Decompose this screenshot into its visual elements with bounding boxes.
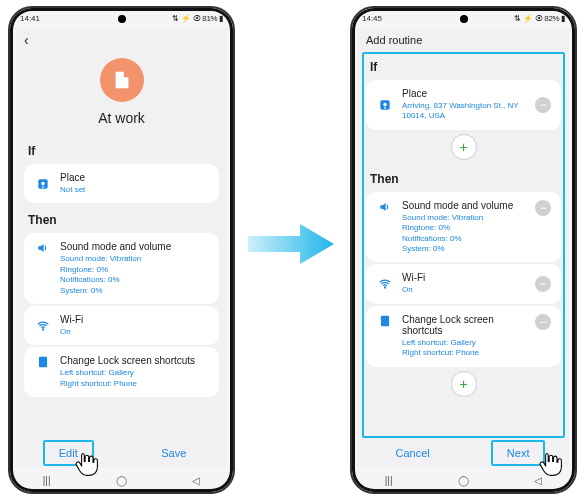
- condition-place[interactable]: Place Not set: [24, 164, 219, 203]
- lock-title: Change Lock screen shortcuts: [60, 355, 209, 366]
- phone-right: 14:45 ⇅ ⚡ ⦿ 82% ▮ Add routine If Place A…: [350, 6, 577, 494]
- wifi-icon: [376, 277, 394, 291]
- edit-button[interactable]: Edit: [43, 440, 94, 466]
- status-battery: ⇅ ⚡ ⦿ 82% ▮: [514, 14, 565, 23]
- nav-back-icon[interactable]: ◁: [192, 475, 200, 486]
- speaker-icon: [376, 200, 394, 214]
- if-label: If: [16, 136, 227, 162]
- status-battery: ⇅ ⚡ ⦿ 81% ▮: [172, 14, 223, 23]
- remove-action-icon[interactable]: −: [535, 200, 551, 216]
- place-pin-icon: [34, 177, 52, 191]
- sound-l2: Ringtone: 0%: [402, 223, 535, 233]
- svg-rect-3: [39, 357, 47, 368]
- building-icon: [100, 58, 144, 102]
- svg-point-7: [384, 287, 385, 288]
- action-lockscreen[interactable]: Change Lock screen shortcuts Left shortc…: [24, 347, 219, 397]
- sound-l1: Sound mode: Vibration: [60, 254, 209, 264]
- bottom-bar: Edit Save: [16, 438, 227, 468]
- wifi-sub: On: [402, 285, 535, 295]
- svg-point-6: [383, 103, 387, 107]
- nav-recents-icon[interactable]: |||: [385, 475, 393, 486]
- place-title: Place: [60, 172, 209, 183]
- place-title: Place: [402, 88, 535, 99]
- action-lockscreen[interactable]: Change Lock screen shortcuts Left shortc…: [366, 306, 561, 367]
- wifi-sub: On: [60, 327, 209, 337]
- cancel-button[interactable]: Cancel: [382, 442, 444, 464]
- save-button[interactable]: Save: [147, 442, 200, 464]
- action-wifi[interactable]: Wi-Fi On: [24, 306, 219, 345]
- svg-point-2: [42, 329, 43, 330]
- condition-place[interactable]: Place Arriving, 837 Washington St., NY 1…: [366, 80, 561, 130]
- routine-hero: At work: [16, 52, 227, 136]
- sound-l1: Sound mode: Vibration: [402, 213, 535, 223]
- then-label: Then: [358, 164, 569, 190]
- sound-title: Sound mode and volume: [402, 200, 535, 211]
- place-pin-icon: [376, 98, 394, 112]
- nav-home-icon[interactable]: ◯: [116, 475, 127, 486]
- bottom-bar: Cancel Next: [358, 438, 569, 468]
- sound-l3: Notifications: 0%: [60, 275, 209, 285]
- remove-action-icon[interactable]: −: [535, 314, 551, 330]
- nav-back-icon[interactable]: ◁: [534, 475, 542, 486]
- wifi-icon: [34, 319, 52, 333]
- lock-l2: Right shortcut: Phone: [402, 348, 535, 358]
- then-label: Then: [16, 205, 227, 231]
- title-bar: ‹: [16, 28, 227, 52]
- wifi-title: Wi-Fi: [402, 272, 535, 283]
- front-camera: [460, 15, 468, 23]
- lock-l2: Right shortcut: Phone: [60, 379, 209, 389]
- routine-title: At work: [98, 110, 145, 126]
- lock-title: Change Lock screen shortcuts: [402, 314, 535, 336]
- svg-marker-4: [248, 224, 334, 264]
- screen: Add routine If Place Arriving, 837 Washi…: [358, 28, 569, 468]
- action-sound[interactable]: Sound mode and volume Sound mode: Vibrat…: [24, 233, 219, 304]
- remove-action-icon[interactable]: −: [535, 276, 551, 292]
- sound-l4: System: 0%: [60, 286, 209, 296]
- android-nav: ||| ◯ ◁: [10, 472, 233, 488]
- sound-l2: Ringtone: 0%: [60, 265, 209, 275]
- add-action-button[interactable]: +: [451, 371, 477, 397]
- nav-recents-icon[interactable]: |||: [43, 475, 51, 486]
- title-bar: Add routine: [358, 28, 569, 52]
- sound-title: Sound mode and volume: [60, 241, 209, 252]
- add-condition-button[interactable]: +: [451, 134, 477, 160]
- sound-l4: System: 0%: [402, 244, 535, 254]
- remove-condition-icon[interactable]: −: [535, 97, 551, 113]
- status-time: 14:45: [362, 14, 382, 23]
- phone-left: 14:41 ⇅ ⚡ ⦿ 81% ▮ ‹ At work If Place Not…: [8, 6, 235, 494]
- transition-arrow-icon: [248, 220, 334, 268]
- lockscreen-icon: [376, 314, 394, 328]
- page-title: Add routine: [366, 34, 422, 46]
- android-nav: ||| ◯ ◁: [352, 472, 575, 488]
- next-button[interactable]: Next: [491, 440, 546, 466]
- status-time: 14:41: [20, 14, 40, 23]
- lock-l1: Left shortcut: Gallery: [60, 368, 209, 378]
- if-label: If: [358, 52, 569, 78]
- screen: ‹ At work If Place Not set Then Sound m: [16, 28, 227, 468]
- action-sound[interactable]: Sound mode and volume Sound mode: Vibrat…: [366, 192, 561, 263]
- speaker-icon: [34, 241, 52, 255]
- place-sub: Not set: [60, 185, 209, 195]
- sound-l3: Notifications: 0%: [402, 234, 535, 244]
- wifi-title: Wi-Fi: [60, 314, 209, 325]
- lockscreen-icon: [34, 355, 52, 369]
- svg-point-1: [41, 181, 45, 185]
- lock-l1: Left shortcut: Gallery: [402, 338, 535, 348]
- svg-rect-8: [381, 315, 389, 326]
- action-wifi[interactable]: Wi-Fi On −: [366, 264, 561, 303]
- place-sub: Arriving, 837 Washington St., NY 10014, …: [402, 101, 535, 122]
- back-icon[interactable]: ‹: [24, 32, 29, 48]
- nav-home-icon[interactable]: ◯: [458, 475, 469, 486]
- front-camera: [118, 15, 126, 23]
